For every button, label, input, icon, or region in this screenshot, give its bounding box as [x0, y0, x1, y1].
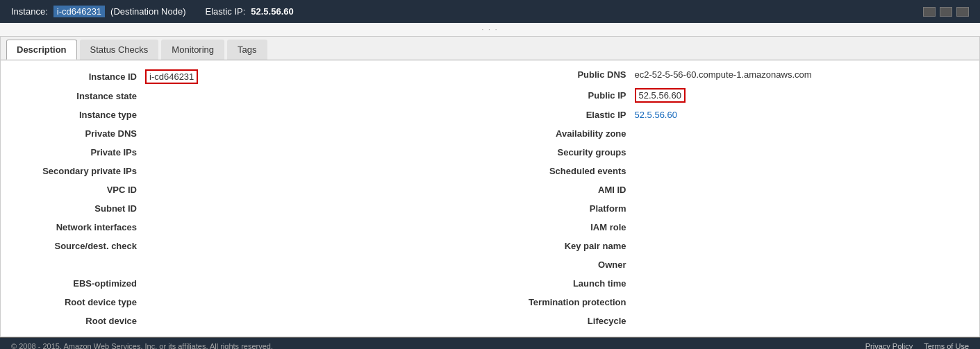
tab-status-checks[interactable]: Status Checks: [80, 40, 159, 60]
minimize-button[interactable]: [923, 7, 936, 17]
detail-row-elastic-ip: Elastic IP 52.5.56.60: [490, 106, 980, 125]
tab-monitoring[interactable]: Monitoring: [161, 40, 224, 60]
label-public-ip: Public IP: [496, 90, 635, 101]
detail-row-owner: Owner: [490, 256, 980, 275]
label-private-ips: Private IPs: [6, 147, 145, 158]
main-content: Description Status Checks Monitoring Tag…: [0, 36, 980, 337]
restore-button[interactable]: [940, 7, 952, 17]
label-instance-type: Instance type: [6, 110, 145, 120]
detail-row-availability-zone: Availability zone: [490, 125, 980, 144]
detail-row-public-dns: Public DNS ec2-52-5-56-60.compute-1.amaz…: [490, 66, 980, 85]
label-ami-id: AMI ID: [496, 185, 635, 195]
label-root-device-type: Root device type: [6, 297, 145, 307]
detail-row-termination-protection: Termination protection: [490, 293, 980, 312]
label-owner: Owner: [496, 259, 635, 270]
detail-row-instance-id: Instance ID i-cd646231: [1, 66, 490, 87]
value-elastic-ip[interactable]: 52.5.56.60: [635, 110, 677, 120]
value-instance-id: i-cd646231: [145, 69, 198, 84]
label-network-interfaces: Network interfaces: [6, 222, 145, 232]
label-termination-protection: Termination protection: [496, 297, 635, 307]
detail-row-launch-time: Launch time: [490, 275, 980, 293]
label-launch-time: Launch time: [496, 278, 635, 289]
detail-row-platform: Platform: [490, 200, 980, 219]
detail-row-key-pair-name: Key pair name: [490, 237, 980, 256]
label-secondary-private-ips: Secondary private IPs: [6, 166, 145, 176]
label-platform: Platform: [496, 203, 635, 214]
label-vpc-id: VPC ID: [6, 185, 145, 195]
instance-id-box: i-cd646231: [145, 69, 198, 84]
label-scheduled-events: Scheduled events: [496, 166, 635, 176]
detail-row-public-ip: Public IP 52.5.56.60: [490, 85, 980, 106]
footer-copyright: © 2008 - 2015, Amazon Web Services, Inc.…: [11, 342, 273, 349]
label-iam-role: IAM role: [496, 222, 635, 232]
header-elastic-ip-value: 52.5.56.60: [251, 6, 293, 17]
top-bar: Instance: i-cd646231 (Destination Node) …: [0, 0, 980, 23]
detail-row-ami-id: AMI ID: [490, 181, 980, 200]
detail-row-root-device: Root device: [1, 312, 490, 331]
privacy-policy-link[interactable]: Privacy Policy: [865, 342, 913, 349]
details-panel: Instance ID i-cd646231 Instance state In…: [1, 60, 979, 337]
label-lifecycle: Lifecycle: [496, 316, 635, 326]
detail-row-source-dest-check: Source/dest. check: [1, 237, 490, 256]
top-bar-left: Instance: i-cd646231 (Destination Node) …: [11, 6, 294, 17]
detail-row-network-interfaces: Network interfaces: [1, 219, 490, 237]
label-source-dest-check: Source/dest. check: [6, 241, 145, 251]
label-security-groups: Security groups: [496, 147, 635, 158]
instance-label: Instance:: [11, 6, 48, 17]
label-elastic-ip: Elastic IP: [496, 110, 635, 120]
detail-row-security-groups: Security groups: [490, 144, 980, 162]
detail-row-private-ips: Private IPs: [1, 144, 490, 162]
header-instance-id: i-cd646231: [53, 6, 105, 17]
footer: © 2008 - 2015, Amazon Web Services, Inc.…: [0, 337, 980, 349]
detail-row-iam-role: IAM role: [490, 219, 980, 237]
detail-row-instance-state: Instance state: [1, 87, 490, 106]
header-elastic-ip-label: Elastic IP:: [205, 6, 245, 17]
label-private-dns: Private DNS: [6, 128, 145, 139]
divider-row-left: [1, 256, 490, 275]
detail-row-subnet-id: Subnet ID: [1, 200, 490, 219]
tab-bar: Description Status Checks Monitoring Tag…: [1, 37, 979, 60]
label-key-pair-name: Key pair name: [496, 241, 635, 251]
close-button[interactable]: [956, 7, 969, 17]
drag-handle: · · ·: [0, 23, 980, 36]
label-ebs-optimized: EBS-optimized: [6, 278, 145, 289]
value-public-ip: 52.5.56.60: [635, 88, 686, 103]
value-public-dns: ec2-52-5-56-60.compute-1.amazonaws.com: [635, 69, 812, 80]
label-availability-zone: Availability zone: [496, 128, 635, 139]
detail-row-instance-type: Instance type: [1, 106, 490, 125]
public-ip-box: 52.5.56.60: [635, 88, 686, 103]
detail-row-scheduled-events: Scheduled events: [490, 162, 980, 181]
right-column: Public DNS ec2-52-5-56-60.compute-1.amaz…: [490, 60, 980, 337]
detail-row-vpc-id: VPC ID: [1, 181, 490, 200]
window-controls: [923, 7, 969, 17]
detail-row-private-dns: Private DNS: [1, 125, 490, 144]
tab-description[interactable]: Description: [6, 40, 77, 60]
label-instance-id: Instance ID: [6, 71, 145, 82]
label-root-device: Root device: [6, 316, 145, 326]
tab-tags[interactable]: Tags: [227, 40, 267, 60]
detail-row-lifecycle: Lifecycle: [490, 312, 980, 331]
detail-row-ebs-optimized: EBS-optimized: [1, 275, 490, 293]
detail-row-root-device-type: Root device type: [1, 293, 490, 312]
header-instance-name: (Destination Node): [110, 6, 185, 17]
left-column: Instance ID i-cd646231 Instance state In…: [1, 60, 490, 337]
label-instance-state: Instance state: [6, 91, 145, 101]
label-subnet-id: Subnet ID: [6, 203, 145, 214]
detail-row-secondary-private-ips: Secondary private IPs: [1, 162, 490, 181]
label-public-dns: Public DNS: [496, 69, 635, 80]
terms-of-use-link[interactable]: Terms of Use: [924, 342, 969, 349]
